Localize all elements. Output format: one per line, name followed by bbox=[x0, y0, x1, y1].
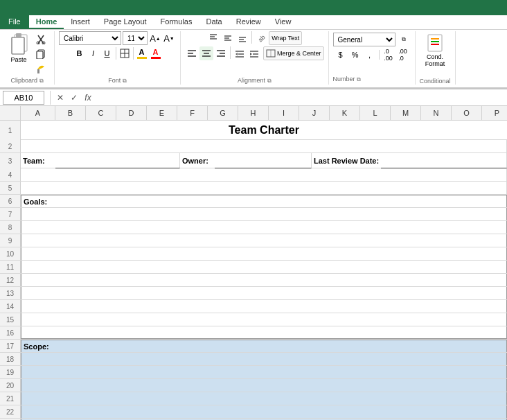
app-window: File Home Insert Page Layout Formulas Da… bbox=[0, 0, 507, 420]
col-header-p: P bbox=[482, 106, 507, 120]
alignment-group-label: Alignment ⧉ bbox=[238, 77, 272, 85]
cell-title[interactable]: Team Charter bbox=[21, 121, 507, 140]
tab-page-layout[interactable]: Page Layout bbox=[97, 15, 154, 29]
number-format-select[interactable]: General bbox=[333, 33, 395, 46]
merge-center-button[interactable]: Merge & Center bbox=[263, 46, 324, 60]
tab-insert[interactable]: Insert bbox=[64, 15, 97, 29]
formula-input[interactable] bbox=[95, 91, 504, 105]
row-22: 22 bbox=[0, 405, 507, 419]
cell-5a[interactable] bbox=[21, 182, 507, 194]
cell-15[interactable] bbox=[21, 313, 507, 326]
cell-2a[interactable] bbox=[21, 140, 507, 152]
col-header-b: B bbox=[55, 106, 86, 120]
tab-review[interactable]: Review bbox=[229, 15, 268, 29]
orientation-button[interactable]: ab bbox=[254, 31, 268, 45]
paste-button[interactable]: Paste bbox=[6, 31, 32, 65]
cell-10[interactable] bbox=[21, 247, 507, 260]
cell-reference-box[interactable]: AB10 bbox=[3, 91, 44, 105]
bold-button[interactable]: B bbox=[73, 46, 87, 60]
row-14: 14 bbox=[0, 300, 507, 313]
alignment-group: ab Wrap Text Merge bbox=[181, 31, 329, 85]
font-name-select[interactable]: Calibri bbox=[59, 31, 121, 45]
decrease-indent-button[interactable] bbox=[233, 46, 247, 60]
currency-button[interactable]: $ bbox=[334, 48, 348, 62]
align-left-button[interactable] bbox=[185, 46, 199, 60]
tab-data[interactable]: Data bbox=[199, 15, 229, 29]
align-top-button[interactable] bbox=[206, 31, 220, 45]
cell-13[interactable] bbox=[21, 287, 507, 299]
cell-team-value[interactable] bbox=[55, 153, 180, 168]
increase-indent-button[interactable] bbox=[247, 46, 261, 60]
underline-button[interactable]: U bbox=[100, 46, 114, 60]
font-size-select[interactable]: 11 bbox=[123, 31, 148, 45]
borders-button[interactable] bbox=[118, 46, 132, 60]
col-header-e: E bbox=[147, 106, 177, 120]
cell-review-value[interactable] bbox=[381, 153, 507, 168]
col-header-k: K bbox=[330, 106, 360, 120]
cut-button[interactable] bbox=[33, 33, 48, 46]
fill-color-button[interactable]: A bbox=[135, 46, 149, 60]
tab-home[interactable]: Home bbox=[29, 15, 64, 29]
spreadsheet: A B C D E F G H I J K L M N O P 1 Team C… bbox=[0, 106, 507, 420]
ribbon-title-bar bbox=[0, 0, 507, 15]
font-color-button[interactable]: A bbox=[149, 46, 163, 60]
cell-16[interactable] bbox=[21, 326, 507, 339]
comma-button[interactable]: , bbox=[363, 48, 377, 62]
row-16: 16 bbox=[0, 326, 507, 340]
cell-9[interactable] bbox=[21, 234, 507, 247]
cell-18[interactable] bbox=[21, 353, 507, 365]
cell-team-label: Team: bbox=[21, 153, 55, 168]
col-header-a: A bbox=[21, 106, 55, 120]
format-painter-button[interactable] bbox=[33, 62, 48, 76]
wrap-text-button[interactable]: Wrap Text bbox=[269, 31, 302, 45]
cell-14[interactable] bbox=[21, 300, 507, 313]
col-header-m: M bbox=[391, 106, 421, 120]
cell-11[interactable] bbox=[21, 261, 507, 273]
tab-view[interactable]: View bbox=[268, 15, 299, 29]
row-7: 7 bbox=[0, 208, 507, 221]
copy-button[interactable] bbox=[33, 47, 48, 61]
tab-file[interactable]: File bbox=[0, 15, 29, 29]
fx-icon[interactable]: fx bbox=[81, 91, 95, 105]
cell-goals-label: Goals: bbox=[21, 195, 507, 207]
percent-button[interactable]: % bbox=[348, 48, 362, 62]
row-6: 6 Goals: bbox=[0, 195, 507, 208]
align-bottom-button[interactable] bbox=[235, 31, 249, 45]
decrease-font-button[interactable]: A▼ bbox=[162, 31, 176, 45]
decrease-decimal-button[interactable]: .00.0 bbox=[396, 48, 410, 62]
svg-rect-2 bbox=[16, 33, 21, 37]
cell-12[interactable] bbox=[21, 274, 507, 286]
increase-decimal-button[interactable]: .0.00 bbox=[382, 48, 395, 62]
confirm-icon[interactable]: ✓ bbox=[67, 91, 81, 105]
align-middle-button[interactable] bbox=[221, 31, 235, 45]
cell-19[interactable] bbox=[21, 366, 507, 378]
cell-8[interactable] bbox=[21, 221, 507, 234]
row-5: 5 bbox=[0, 182, 507, 195]
tab-formulas[interactable]: Formulas bbox=[154, 15, 199, 29]
align-center-button[interactable] bbox=[199, 46, 213, 60]
col-header-i: I bbox=[269, 106, 299, 120]
column-headers: A B C D E F G H I J K L M N O P bbox=[0, 106, 507, 121]
svg-text:ab: ab bbox=[257, 34, 266, 43]
italic-button[interactable]: I bbox=[87, 46, 100, 60]
cell-22[interactable] bbox=[21, 405, 507, 418]
increase-font-button[interactable]: A▲ bbox=[148, 31, 162, 45]
cell-20[interactable] bbox=[21, 379, 507, 392]
row-9: 9 bbox=[0, 234, 507, 247]
number-group-label: Number ⧉ bbox=[333, 76, 362, 83]
conditional-format-button[interactable]: Cond.Format bbox=[422, 31, 449, 69]
ribbon: File Home Insert Page Layout Formulas Da… bbox=[0, 0, 507, 89]
number-format-expand[interactable]: ⧉ bbox=[397, 33, 411, 46]
cell-owner-value[interactable] bbox=[215, 153, 312, 168]
col-header-o: O bbox=[452, 106, 482, 120]
row-20: 20 bbox=[0, 379, 507, 392]
cell-21[interactable] bbox=[21, 392, 507, 405]
col-header-d: D bbox=[116, 106, 147, 120]
cancel-icon[interactable]: ✕ bbox=[53, 91, 67, 105]
row-12: 12 bbox=[0, 274, 507, 287]
align-right-button[interactable] bbox=[214, 46, 228, 60]
cell-4a[interactable] bbox=[21, 168, 507, 181]
cell-7[interactable] bbox=[21, 208, 507, 220]
cell-owner-label: Owner: bbox=[180, 153, 215, 168]
svg-rect-42 bbox=[428, 35, 442, 51]
